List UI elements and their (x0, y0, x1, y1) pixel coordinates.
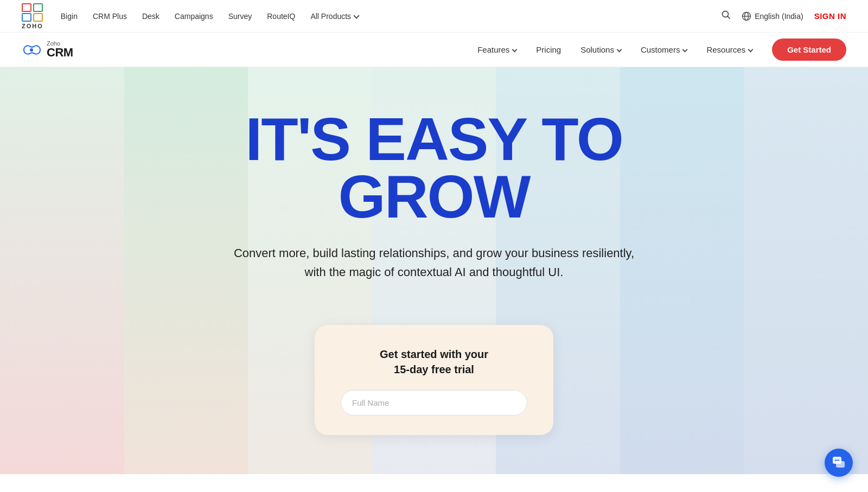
crm-logo[interactable]: Zoho CRM (22, 41, 73, 59)
logo-sq-blue (22, 13, 31, 22)
resources-label: Resources (706, 45, 745, 54)
crm-nav-features[interactable]: Features (477, 45, 516, 54)
chat-icon (832, 456, 846, 470)
zoho-logo[interactable]: ZOHO (22, 3, 43, 29)
nav-routeiq[interactable]: RouteIQ (267, 12, 295, 21)
crm-main-label: CRM (47, 47, 73, 59)
hero-content: IT'S EASY TO GROW Convert more, build la… (223, 111, 645, 314)
top-nav-left: ZOHO Bigin CRM Plus Desk Campaigns Surve… (22, 3, 359, 29)
all-products-dropdown[interactable]: All Products (310, 12, 359, 21)
nav-survey[interactable]: Survey (228, 12, 252, 21)
hero-title-line2: GROW (339, 163, 530, 231)
nav-bigin[interactable]: Bigin (61, 12, 78, 21)
customers-chevron (682, 47, 688, 53)
top-nav-right: English (India) SIGN IN (721, 10, 846, 22)
full-name-input[interactable] (341, 390, 527, 416)
all-products-chevron (353, 12, 359, 18)
top-navigation: ZOHO Bigin CRM Plus Desk Campaigns Surve… (0, 0, 868, 33)
nav-campaigns[interactable]: Campaigns (175, 12, 213, 21)
features-label: Features (477, 45, 509, 54)
chat-bubble-button[interactable] (825, 449, 853, 474)
logo-sq-red (22, 3, 31, 12)
svg-point-9 (837, 459, 838, 461)
svg-point-5 (30, 48, 33, 52)
trial-form-title: Get started with your15-day free trial (341, 347, 527, 377)
crm-logo-text: Zoho CRM (47, 41, 73, 59)
crm-nav-customers[interactable]: Customers (641, 45, 687, 54)
search-icon (721, 10, 731, 20)
resources-chevron (748, 47, 754, 53)
nav-desk[interactable]: Desk (142, 12, 159, 21)
solutions-label: Solutions (580, 45, 614, 54)
nav-crm-plus[interactable]: CRM Plus (93, 12, 127, 21)
crm-nav-solutions[interactable]: Solutions (580, 45, 621, 54)
top-nav-links: Bigin CRM Plus Desk Campaigns Survey Rou… (61, 12, 359, 21)
hero-section: IT'S EASY TO GROW Convert more, build la… (0, 67, 868, 474)
globe-icon (742, 11, 751, 21)
svg-point-8 (835, 459, 836, 461)
logo-sq-green (33, 3, 43, 12)
svg-rect-7 (836, 461, 845, 468)
bg-col-1 (0, 67, 124, 474)
crm-logo-icon (22, 42, 41, 57)
crm-nav-pricing[interactable]: Pricing (536, 45, 561, 54)
language-selector[interactable]: English (India) (742, 11, 803, 21)
search-button[interactable] (721, 10, 731, 22)
svg-point-10 (838, 459, 839, 461)
trial-form-wrapper: Get started with your15-day free trial (315, 325, 553, 435)
svg-line-1 (727, 16, 730, 18)
logo-sq-yellow (33, 13, 43, 22)
hero-title: IT'S EASY TO GROW (234, 111, 634, 226)
sign-in-button[interactable]: SIGN IN (814, 11, 846, 21)
pricing-label: Pricing (536, 45, 561, 54)
all-products-label: All Products (310, 12, 351, 21)
crm-nav-resources[interactable]: Resources (706, 45, 752, 54)
hero-subtitle: Convert more, build lasting relationship… (234, 244, 634, 282)
crm-nav-links: Features Pricing Solutions Customers Res… (477, 39, 846, 61)
crm-navigation: Zoho CRM Features Pricing Solutions Cust… (0, 33, 868, 67)
bg-col-7 (744, 67, 868, 474)
get-started-button[interactable]: Get Started (772, 39, 846, 61)
features-chevron (512, 47, 518, 53)
customers-label: Customers (641, 45, 680, 54)
solutions-chevron (616, 47, 622, 53)
zoho-brand-text: ZOHO (22, 23, 43, 29)
language-label: English (India) (755, 12, 803, 21)
trial-form-card: Get started with your15-day free trial (315, 325, 553, 435)
